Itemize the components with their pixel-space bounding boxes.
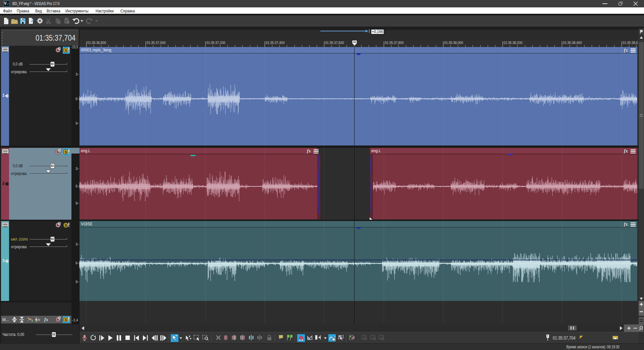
svg-text:S: S	[65, 48, 67, 52]
svg-text:fx: fx	[38, 317, 40, 321]
svg-text:S: S	[65, 150, 67, 154]
svg-text:S: S	[65, 223, 67, 227]
svg-text:S: S	[65, 318, 67, 322]
